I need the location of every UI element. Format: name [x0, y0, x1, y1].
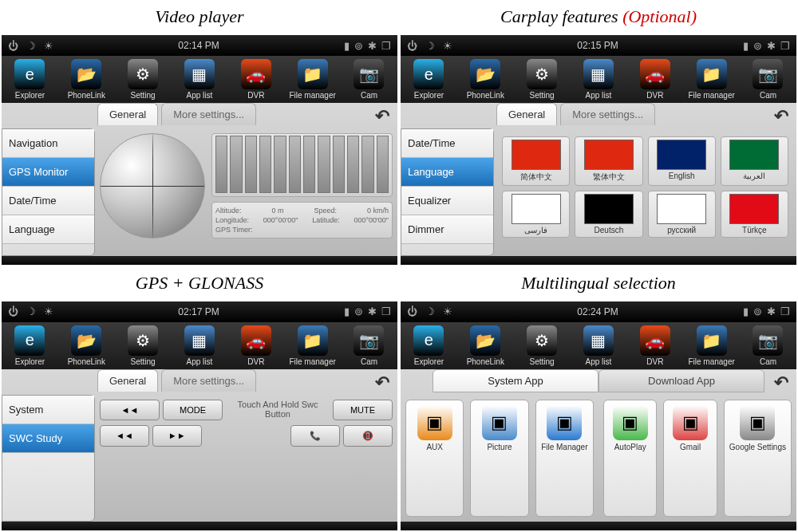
sidebar-item-swc-study[interactable]: SWC Study	[2, 424, 94, 453]
toolbar-phonelink[interactable]: 📂PhoneLink	[460, 59, 511, 100]
toolbar-label: PhoneLink	[467, 91, 504, 100]
sidebar-item-gps-monitor[interactable]: GPS Monitor	[2, 158, 94, 187]
toolbar-explorer[interactable]: eExplorer	[403, 325, 454, 366]
toolbar-cam[interactable]: 📷Cam	[343, 59, 394, 100]
back-button[interactable]: ↶	[774, 106, 788, 127]
sidebar-item-equalizer[interactable]: Equalizer	[401, 187, 493, 215]
tab-system-app[interactable]: System App	[433, 369, 598, 392]
language-option[interactable]: 简体中文	[502, 136, 570, 186]
mute-button[interactable]: MUTE	[333, 400, 393, 420]
sidebar-item-date-time[interactable]: Date/Time	[401, 129, 493, 158]
language-option[interactable]: فارسی	[502, 191, 570, 238]
toolbar-app-list[interactable]: ▦App list	[573, 325, 624, 366]
e-icon: e	[14, 59, 45, 89]
swc-forward-button[interactable]: ►►	[152, 425, 202, 447]
app-label: Google Settings	[729, 443, 786, 451]
power-icon[interactable]: ⏻	[407, 305, 417, 317]
power-icon[interactable]: ⏻	[407, 40, 417, 52]
toolbar-label: Setting	[131, 91, 156, 100]
toolbar-app-list[interactable]: ▦App list	[174, 325, 225, 366]
back-button[interactable]: ↶	[375, 372, 389, 393]
toolbar-dvr[interactable]: 🚗DVR	[231, 59, 282, 100]
tab-download-app[interactable]: Download App	[598, 369, 764, 392]
power-icon[interactable]: ⏻	[8, 305, 18, 317]
toolbar-cam[interactable]: 📷Cam	[343, 325, 394, 366]
language-option[interactable]: Deutsch	[575, 191, 642, 238]
tab-more-settings[interactable]: More settings...	[161, 103, 256, 125]
app-google-settings[interactable]: ▣Google Settings	[724, 400, 792, 518]
moon-icon[interactable]: ☽	[425, 305, 435, 317]
phone-hangup-button[interactable]: 📵	[343, 425, 393, 447]
toolbar-app-list[interactable]: ▦App list	[573, 59, 624, 100]
language-label: 繁体中文	[593, 171, 625, 183]
app-icon: ▣	[482, 405, 517, 440]
toolbar-cam[interactable]: 📷Cam	[742, 59, 793, 100]
sidebar-item-dimmer[interactable]: Dimmer	[401, 215, 493, 244]
toolbar-label: Explorer	[15, 91, 45, 100]
toolbar-label: File manager	[289, 357, 335, 366]
tab-more-settings[interactable]: More settings...	[161, 369, 256, 392]
toolbar-file-manager[interactable]: 📁File manager	[287, 325, 338, 366]
brightness-icon[interactable]: ☀	[443, 305, 452, 317]
moon-icon[interactable]: ☽	[425, 40, 435, 52]
app-picture[interactable]: ▣Picture	[470, 400, 528, 518]
toolbar-file-manager[interactable]: 📁File manager	[686, 325, 737, 366]
phone-answer-button[interactable]: 📞	[290, 425, 340, 447]
moon-icon[interactable]: ☽	[26, 40, 36, 52]
toolbar-cam[interactable]: 📷Cam	[742, 325, 793, 366]
toolbar-explorer[interactable]: eExplorer	[403, 59, 454, 100]
sidebar-item-system[interactable]: System	[2, 396, 94, 424]
toolbar-phonelink[interactable]: 📂PhoneLink	[460, 325, 511, 366]
toolbar-setting[interactable]: ⚙Setting	[516, 59, 567, 100]
back-button[interactable]: ↶	[375, 106, 389, 127]
language-option[interactable]: English	[648, 136, 716, 186]
toolbar-dvr[interactable]: 🚗DVR	[630, 325, 681, 366]
brightness-icon[interactable]: ☀	[44, 40, 53, 52]
back-button[interactable]: ↶	[774, 372, 788, 393]
sidebar-item-language[interactable]: Language	[2, 215, 94, 244]
app-file-manager[interactable]: ▣File Manager	[535, 400, 594, 518]
toolbar-setting[interactable]: ⚙Setting	[117, 325, 168, 366]
app-icon: ▣	[673, 405, 708, 440]
files-icon: 📁	[697, 59, 727, 89]
tab-more-settings[interactable]: More settings...	[560, 103, 655, 125]
settings-sidebar: SystemSWC Study	[2, 395, 95, 522]
toolbar-setting[interactable]: ⚙Setting	[516, 325, 567, 366]
language-option[interactable]: Türkçe	[721, 191, 788, 238]
app-autoplay[interactable]: ▣AutoPlay	[603, 400, 657, 518]
sidebar-item-date-time[interactable]: Date/Time	[2, 187, 94, 215]
power-icon[interactable]: ⏻	[8, 40, 18, 52]
toolbar-label: DVR	[646, 91, 663, 100]
toolbar-phonelink[interactable]: 📂PhoneLink	[61, 59, 112, 100]
toolbar-label: DVR	[646, 357, 663, 366]
moon-icon[interactable]: ☽	[26, 305, 36, 317]
sidebar-item-navigation[interactable]: Navigation	[2, 129, 94, 158]
tab-general[interactable]: General	[496, 103, 557, 125]
swc-prev-button[interactable]: ◄◄	[100, 400, 160, 420]
language-label: العربية	[743, 171, 765, 180]
toolbar-dvr[interactable]: 🚗DVR	[231, 325, 282, 366]
car-icon: 🚗	[241, 59, 271, 89]
language-option[interactable]: русский	[648, 191, 716, 238]
toolbar-explorer[interactable]: eExplorer	[4, 59, 55, 100]
tab-general[interactable]: General	[97, 369, 158, 392]
folder-icon: 📂	[470, 325, 500, 356]
app-gmail[interactable]: ▣Gmail	[663, 400, 717, 518]
toolbar-file-manager[interactable]: 📁File manager	[287, 59, 338, 100]
language-option[interactable]: 繁体中文	[575, 136, 642, 186]
app-aux[interactable]: ▣AUX	[405, 400, 464, 518]
toolbar-app-list[interactable]: ▦App list	[174, 59, 225, 100]
swc-rewind-button[interactable]: ◄◄	[100, 425, 149, 447]
toolbar-phonelink[interactable]: 📂PhoneLink	[61, 325, 112, 366]
brightness-icon[interactable]: ☀	[443, 40, 452, 52]
language-option[interactable]: العربية	[721, 136, 788, 186]
brightness-icon[interactable]: ☀	[44, 305, 53, 317]
toolbar-setting[interactable]: ⚙Setting	[117, 59, 168, 100]
signal-icon: ▮	[344, 40, 350, 52]
toolbar-file-manager[interactable]: 📁File manager	[686, 59, 737, 100]
sidebar-item-language[interactable]: Language	[401, 158, 493, 187]
toolbar-explorer[interactable]: eExplorer	[4, 325, 55, 366]
tab-general[interactable]: General	[97, 103, 158, 125]
mode-button[interactable]: MODE	[163, 400, 223, 420]
toolbar-dvr[interactable]: 🚗DVR	[630, 59, 681, 100]
